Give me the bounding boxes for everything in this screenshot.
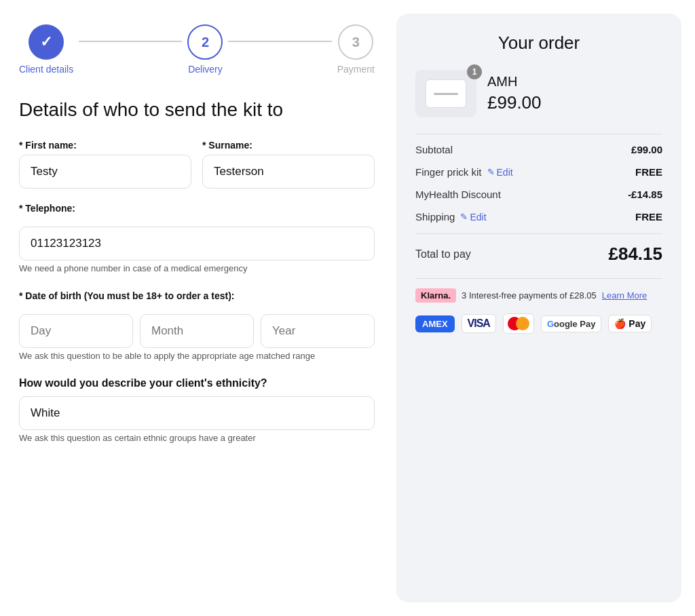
finger-prick-edit-link[interactable]: ✎ Edit: [487, 167, 513, 178]
total-line: Total to pay £84.15: [415, 244, 662, 265]
step-payment[interactable]: 3 Payment: [337, 24, 375, 75]
klarna-text: 3 Interest-free payments of £28.05: [462, 290, 597, 301]
subtotal-line: Subtotal £99.00: [415, 144, 662, 155]
shipping-edit-link[interactable]: ✎ Edit: [460, 212, 486, 223]
stepper: ✓ Client details 2 Delivery 3 Payment: [19, 24, 375, 75]
subtotal-label: Subtotal: [415, 144, 453, 155]
telephone-input[interactable]: [19, 227, 375, 261]
total-label: Total to pay: [415, 248, 471, 261]
product-price: £99.00: [487, 92, 542, 113]
klarna-learn-more-link[interactable]: Learn More: [602, 290, 647, 301]
step-number-2: 2: [202, 35, 209, 50]
divider-1: [415, 134, 662, 134]
apple-pay-icon: 🍎 Pay: [608, 315, 652, 332]
discount-value: -£14.85: [628, 189, 662, 200]
dob-row: [19, 314, 375, 348]
dob-label: * Date of birth (You must be 18+ to orde…: [19, 290, 235, 301]
visa-icon: VISA: [462, 314, 496, 333]
divider-3: [415, 278, 662, 279]
klarna-badge: Klarna.: [415, 288, 456, 303]
ethnicity-label: How would you describe your client's eth…: [19, 377, 375, 389]
step-line-2: [228, 41, 331, 42]
step-number-3: 3: [352, 35, 360, 50]
google-g: Google Pay: [547, 319, 596, 329]
page-wrapper: ✓ Client details 2 Delivery 3 Payment: [14, 14, 681, 602]
dob-section: * Date of birth (You must be 18+ to orde…: [19, 290, 375, 361]
product-image-wrapper: 1: [415, 70, 476, 117]
product-card: [426, 79, 466, 108]
ethnicity-hint: We ask this question as certain ethnic g…: [19, 433, 375, 443]
left-panel: ✓ Client details 2 Delivery 3 Payment: [14, 14, 380, 602]
google-pay-icon: Google Pay: [541, 315, 602, 332]
product-name: AMH: [487, 74, 542, 90]
step-label-3: Payment: [337, 64, 375, 75]
order-panel: Your order 1 AMH £99.00 Subtotal £99.00 …: [396, 14, 681, 602]
shipping-value: FREE: [635, 211, 662, 223]
dob-month-input[interactable]: [140, 314, 254, 348]
step-label-1: Client details: [19, 64, 73, 75]
dob-hint: We ask this question to be able to apply…: [19, 351, 375, 361]
step-circle-1: ✓: [29, 24, 64, 60]
product-row: 1 AMH £99.00: [415, 70, 662, 117]
finger-prick-value: FREE: [635, 166, 662, 178]
telephone-label: * Telephone:: [19, 203, 75, 214]
subtotal-value: £99.00: [631, 144, 662, 155]
edit-icon-1: ✎: [487, 167, 495, 177]
dob-year-input[interactable]: [261, 314, 375, 348]
payment-icons: AMEX VISA Google Pay 🍎 Pay: [415, 313, 662, 334]
checkmark-icon: ✓: [40, 33, 52, 51]
total-value: £84.15: [608, 244, 662, 265]
discount-line: MyHealth Discount -£14.85: [415, 189, 662, 200]
shipping-line: Shipping ✎ Edit FREE: [415, 211, 662, 223]
product-info: AMH £99.00: [487, 74, 542, 113]
surname-label: * Surname:: [202, 140, 375, 151]
step-circle-2: 2: [187, 24, 223, 60]
ethnicity-input[interactable]: [19, 396, 375, 430]
form-title: Details of who to send the kit to: [19, 99, 375, 121]
step-delivery[interactable]: 2 Delivery: [187, 24, 223, 75]
surname-input[interactable]: [202, 155, 375, 189]
order-title: Your order: [415, 33, 662, 54]
dob-day-input[interactable]: [19, 314, 133, 348]
product-card-line: [434, 93, 458, 95]
surname-group: * Surname:: [202, 140, 375, 189]
step-label-2: Delivery: [188, 64, 223, 75]
finger-prick-line: Finger prick kit ✎ Edit FREE: [415, 166, 662, 178]
edit-icon-2: ✎: [460, 212, 468, 222]
first-name-label: * First name:: [19, 140, 191, 151]
step-client-details[interactable]: ✓ Client details: [19, 24, 73, 75]
step-line-1: [79, 41, 182, 42]
discount-label: MyHealth Discount: [415, 189, 501, 200]
klarna-row: Klarna. 3 Interest-free payments of £28.…: [415, 288, 662, 303]
name-row: * First name: * Surname:: [19, 140, 375, 189]
telephone-section: * Telephone: We need a phone number in c…: [19, 202, 375, 273]
amex-icon: AMEX: [415, 315, 455, 332]
mastercard-icon: [503, 313, 534, 334]
first-name-group: * First name:: [19, 140, 191, 189]
shipping-label: Shipping ✎ Edit: [415, 211, 487, 223]
finger-prick-label: Finger prick kit ✎ Edit: [415, 166, 513, 178]
divider-2: [415, 233, 662, 234]
product-badge: 1: [467, 64, 482, 79]
mc-orange-circle: [516, 317, 529, 330]
first-name-input[interactable]: [19, 155, 191, 189]
telephone-hint: We need a phone number in case of a medi…: [19, 263, 375, 273]
step-circle-3: 3: [338, 24, 373, 60]
ethnicity-section: How would you describe your client's eth…: [19, 377, 375, 443]
